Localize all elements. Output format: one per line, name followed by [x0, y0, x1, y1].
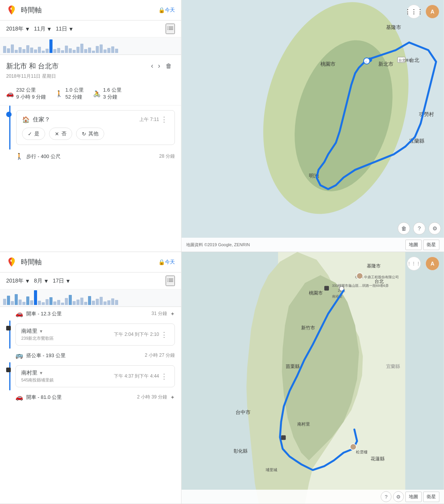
- bar: [38, 301, 41, 305]
- svg-point-32: [357, 273, 363, 279]
- bar: [42, 302, 45, 305]
- svg-text:台北: 台北: [375, 279, 384, 284]
- bar: [30, 48, 33, 53]
- bar: [22, 49, 25, 53]
- bar: [7, 296, 10, 305]
- bar: [49, 297, 53, 305]
- drive-1-edit-icon[interactable]: ✦: [170, 311, 175, 317]
- place-2-dot: [6, 368, 11, 372]
- settings-map-btn[interactable]: ⚙: [429, 222, 441, 235]
- walk-time: 28 分鐘: [159, 153, 175, 160]
- bar: [15, 50, 18, 53]
- bike-distance: 1.6 公里: [103, 87, 122, 94]
- today-button-1[interactable]: 今天: [165, 7, 175, 14]
- place-1-dot: [6, 326, 11, 330]
- car-seg-icon-2: 🚗: [15, 393, 23, 401]
- month-select-1[interactable]: 11月 ▼: [34, 26, 52, 32]
- panel-2: 時間軸 🔒 今天 2018年 ▼ 8月 ▼ 17日 ▼: [0, 252, 444, 504]
- place-card-2-wrap: 南村里 ▼ 545南投縣埔里鎮 下午 4:37 到下午 4:44 ⋮: [0, 362, 181, 390]
- home-more-btn[interactable]: ⋮: [159, 115, 169, 124]
- bar: [61, 50, 64, 53]
- svg-text:桃園市: 桃園市: [320, 61, 336, 67]
- home-card-header: 🏠 住家？ 上午 7:11 ⋮: [22, 115, 169, 124]
- maps-logo-icon-2: [6, 257, 17, 267]
- bar: [88, 48, 91, 53]
- timeline-scroll-2[interactable]: 🚗 開車 - 12.3 公里 31 分鐘 ✦ 南靖里 ▼: [0, 307, 181, 504]
- year-select-2[interactable]: 2018年 ▼: [6, 278, 30, 284]
- chart-icon-btn-2[interactable]: [166, 276, 175, 286]
- bar: [46, 49, 49, 53]
- map-btn-map[interactable]: 地圖: [405, 240, 422, 250]
- map-bottom-bar-2: ? ⚙ 地圖 衛星: [181, 490, 444, 504]
- bar: [107, 300, 110, 305]
- location-header-1: 新北市 和 台北市 ‹ › 🗑: [0, 55, 181, 73]
- drive-2-edit-icon[interactable]: ✦: [170, 394, 175, 400]
- day-select-1[interactable]: 11日 ▼: [56, 26, 73, 32]
- next-day-btn[interactable]: ›: [156, 60, 163, 72]
- place-2-name: 南村里: [21, 369, 37, 376]
- bar: [73, 301, 76, 305]
- bar: [100, 44, 103, 53]
- timeline-bar-3: [9, 362, 10, 390]
- bar: [103, 301, 107, 305]
- maps-logo-icon: [6, 5, 17, 15]
- place-1-name: 南靖里: [21, 328, 37, 335]
- place-2-more-btn[interactable]: ⋮: [159, 372, 169, 381]
- bar: [88, 296, 91, 305]
- prev-day-btn[interactable]: ‹: [149, 60, 156, 72]
- confirm-other-btn[interactable]: ↻ 其他: [76, 128, 104, 140]
- map-btn-map-2[interactable]: 地圖: [405, 492, 422, 502]
- help-map-btn[interactable]: ?: [413, 222, 425, 235]
- svg-text:⌂: ⌂: [365, 60, 367, 63]
- map-panel-2: 基隆市 台北 桃園市 新竹市 苗栗縣 台中市 彰化縣 宜蘭縣 花蓮縣 CTCI …: [181, 252, 444, 504]
- bar-highlight: [49, 39, 53, 53]
- confirm-no-btn[interactable]: ✕ 否: [49, 128, 72, 140]
- place-card-1-wrap: 南靖里 ▼ 239新北市鶯歌區 下午 2:04 到下午 2:10 ⋮: [0, 320, 181, 349]
- year-chevron: ▼: [25, 26, 30, 32]
- chart-icon-btn-1[interactable]: [166, 24, 175, 34]
- settings-map-btn-2[interactable]: ⚙: [393, 491, 404, 502]
- svg-text:宜蘭縣: 宜蘭縣: [386, 364, 400, 369]
- map-btn-satellite-2[interactable]: 衛星: [423, 492, 439, 502]
- stat-bike: 🚴 1.6 公里 3 分鐘: [93, 87, 122, 100]
- bus-segment: 🚌 搭公車 - 193 公里 2 小時 27 分鐘: [0, 349, 181, 362]
- account-btn-2[interactable]: A: [425, 257, 439, 271]
- bar: [53, 301, 56, 305]
- bar: [115, 49, 118, 53]
- car-seg-icon: 🚗: [15, 310, 23, 317]
- apps-icon-btn-2[interactable]: ⋮⋮⋮: [407, 257, 421, 271]
- sidebar-header-1: 時間軸 🔒 今天: [0, 0, 181, 20]
- confirm-yes-btn[interactable]: ✓ 是: [22, 128, 45, 140]
- sidebar-2: 時間軸 🔒 今天 2018年 ▼ 8月 ▼ 17日 ▼: [0, 252, 181, 504]
- help-map-btn-2[interactable]: ?: [381, 491, 391, 502]
- bus-icon: 🚌: [15, 352, 23, 359]
- place-1-card: 南靖里 ▼ 239新北市鶯歌區 下午 2:04 到下午 2:10 ⋮: [15, 324, 175, 346]
- drive-distance: 232 公里: [16, 87, 46, 94]
- bar: [103, 49, 107, 53]
- bar: [76, 47, 80, 53]
- account-btn[interactable]: A: [425, 5, 439, 19]
- apps-icon-btn[interactable]: ⋮⋮⋮: [407, 5, 421, 19]
- bar: [26, 296, 29, 305]
- day-select-2[interactable]: 17日 ▼: [53, 278, 71, 284]
- today-button-2[interactable]: 今天: [165, 259, 175, 266]
- bar: [80, 44, 83, 53]
- bar: [61, 303, 64, 305]
- trash-map-btn[interactable]: 🗑: [398, 222, 410, 235]
- bus-label: 搭公車 - 193 公里: [26, 352, 145, 359]
- map-bottom-bar-1: 地圖資料 ©2019 Google, ZENRIN 地圖 衛星: [181, 238, 444, 252]
- bar: [69, 48, 72, 53]
- place-1-more-btn[interactable]: ⋮: [159, 330, 169, 339]
- stat-drive: 🚗 232 公里 9 小時 9 分鐘: [6, 87, 46, 100]
- map-btn-satellite[interactable]: 衛星: [423, 240, 439, 250]
- delete-day-btn[interactable]: 🗑: [163, 61, 175, 71]
- timeline-scroll-1[interactable]: 🏠 住家？ 上午 7:11 ⋮ ✓ 是 ✕ 否: [0, 106, 181, 252]
- bike-duration: 3 分鐘: [103, 94, 122, 100]
- month-select-2[interactable]: 8月 ▼: [34, 278, 49, 284]
- timeline-home-item: 🏠 住家？ 上午 7:11 ⋮ ✓ 是 ✕ 否: [0, 106, 181, 150]
- year-select-1[interactable]: 2018年 ▼: [6, 26, 30, 32]
- map-bottom-controls-2: ? ⚙ 地圖 衛星: [381, 491, 439, 502]
- bar-highlight: [34, 290, 37, 305]
- svg-text:台中市: 台中市: [236, 409, 251, 415]
- bar: [100, 297, 103, 305]
